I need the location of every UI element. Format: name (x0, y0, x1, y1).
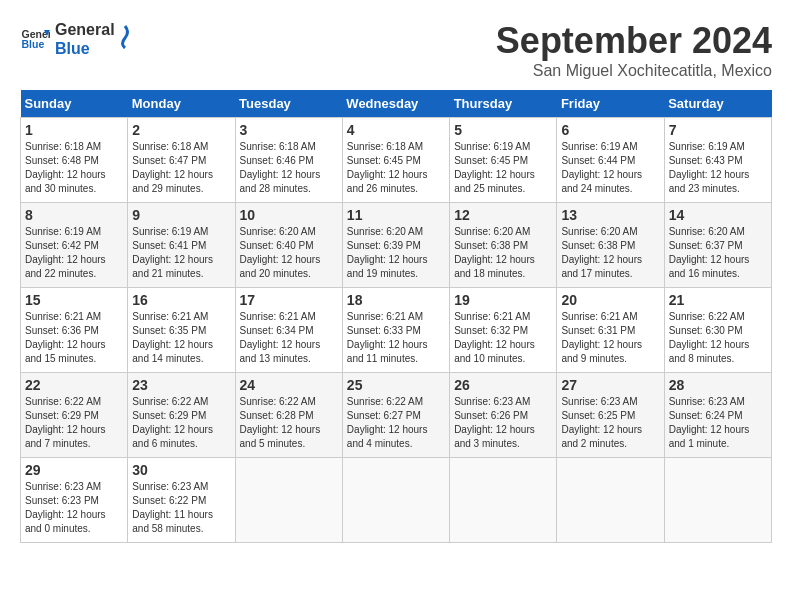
week-row: 15 Sunrise: 6:21 AMSunset: 6:36 PMDaylig… (21, 288, 772, 373)
calendar-cell: 29 Sunrise: 6:23 AMSunset: 6:23 PMDaylig… (21, 458, 128, 543)
calendar-cell (235, 458, 342, 543)
day-content: Sunrise: 6:19 AMSunset: 6:43 PMDaylight:… (669, 140, 767, 196)
calendar-cell: 7 Sunrise: 6:19 AMSunset: 6:43 PMDayligh… (664, 118, 771, 203)
day-number: 5 (454, 122, 552, 138)
day-number: 4 (347, 122, 445, 138)
calendar-cell: 1 Sunrise: 6:18 AMSunset: 6:48 PMDayligh… (21, 118, 128, 203)
header: General Blue General Blue September 2024… (20, 20, 772, 80)
calendar-cell: 9 Sunrise: 6:19 AMSunset: 6:41 PMDayligh… (128, 203, 235, 288)
calendar-table: SundayMondayTuesdayWednesdayThursdayFrid… (20, 90, 772, 543)
day-content: Sunrise: 6:21 AMSunset: 6:31 PMDaylight:… (561, 310, 659, 366)
day-content: Sunrise: 6:21 AMSunset: 6:35 PMDaylight:… (132, 310, 230, 366)
day-content: Sunrise: 6:23 AMSunset: 6:24 PMDaylight:… (669, 395, 767, 451)
day-number: 23 (132, 377, 230, 393)
day-content: Sunrise: 6:19 AMSunset: 6:44 PMDaylight:… (561, 140, 659, 196)
calendar-cell: 14 Sunrise: 6:20 AMSunset: 6:37 PMDaylig… (664, 203, 771, 288)
calendar-cell: 10 Sunrise: 6:20 AMSunset: 6:40 PMDaylig… (235, 203, 342, 288)
day-number: 9 (132, 207, 230, 223)
calendar-cell: 15 Sunrise: 6:21 AMSunset: 6:36 PMDaylig… (21, 288, 128, 373)
calendar-cell: 11 Sunrise: 6:20 AMSunset: 6:39 PMDaylig… (342, 203, 449, 288)
day-number: 28 (669, 377, 767, 393)
day-number: 17 (240, 292, 338, 308)
day-content: Sunrise: 6:22 AMSunset: 6:27 PMDaylight:… (347, 395, 445, 451)
logo-text-line2: Blue (55, 39, 115, 58)
calendar-cell: 22 Sunrise: 6:22 AMSunset: 6:29 PMDaylig… (21, 373, 128, 458)
calendar-cell: 19 Sunrise: 6:21 AMSunset: 6:32 PMDaylig… (450, 288, 557, 373)
weekday-header: Monday (128, 90, 235, 118)
day-content: Sunrise: 6:23 AMSunset: 6:26 PMDaylight:… (454, 395, 552, 451)
day-number: 2 (132, 122, 230, 138)
calendar-cell: 30 Sunrise: 6:23 AMSunset: 6:22 PMDaylig… (128, 458, 235, 543)
calendar-cell: 12 Sunrise: 6:20 AMSunset: 6:38 PMDaylig… (450, 203, 557, 288)
month-title: September 2024 (496, 20, 772, 62)
day-content: Sunrise: 6:20 AMSunset: 6:38 PMDaylight:… (454, 225, 552, 281)
day-content: Sunrise: 6:20 AMSunset: 6:40 PMDaylight:… (240, 225, 338, 281)
day-number: 20 (561, 292, 659, 308)
week-row: 29 Sunrise: 6:23 AMSunset: 6:23 PMDaylig… (21, 458, 772, 543)
logo-text-line1: General (55, 20, 115, 39)
day-number: 26 (454, 377, 552, 393)
day-number: 1 (25, 122, 123, 138)
weekday-header: Sunday (21, 90, 128, 118)
calendar-cell (342, 458, 449, 543)
calendar-cell (450, 458, 557, 543)
week-row: 22 Sunrise: 6:22 AMSunset: 6:29 PMDaylig… (21, 373, 772, 458)
calendar-cell: 17 Sunrise: 6:21 AMSunset: 6:34 PMDaylig… (235, 288, 342, 373)
calendar-cell: 20 Sunrise: 6:21 AMSunset: 6:31 PMDaylig… (557, 288, 664, 373)
day-content: Sunrise: 6:23 AMSunset: 6:23 PMDaylight:… (25, 480, 123, 536)
day-number: 3 (240, 122, 338, 138)
day-content: Sunrise: 6:20 AMSunset: 6:38 PMDaylight:… (561, 225, 659, 281)
day-number: 27 (561, 377, 659, 393)
calendar-cell: 27 Sunrise: 6:23 AMSunset: 6:25 PMDaylig… (557, 373, 664, 458)
logo-wave-icon (115, 24, 135, 49)
day-content: Sunrise: 6:21 AMSunset: 6:34 PMDaylight:… (240, 310, 338, 366)
day-content: Sunrise: 6:21 AMSunset: 6:36 PMDaylight:… (25, 310, 123, 366)
calendar-cell: 21 Sunrise: 6:22 AMSunset: 6:30 PMDaylig… (664, 288, 771, 373)
weekday-header: Friday (557, 90, 664, 118)
title-block: September 2024 San Miguel Xochitecatitla… (496, 20, 772, 80)
day-number: 25 (347, 377, 445, 393)
day-number: 18 (347, 292, 445, 308)
day-content: Sunrise: 6:19 AMSunset: 6:45 PMDaylight:… (454, 140, 552, 196)
location-title: San Miguel Xochitecatitla, Mexico (496, 62, 772, 80)
day-number: 10 (240, 207, 338, 223)
week-row: 8 Sunrise: 6:19 AMSunset: 6:42 PMDayligh… (21, 203, 772, 288)
calendar-cell (557, 458, 664, 543)
day-number: 19 (454, 292, 552, 308)
calendar-cell: 6 Sunrise: 6:19 AMSunset: 6:44 PMDayligh… (557, 118, 664, 203)
day-content: Sunrise: 6:18 AMSunset: 6:48 PMDaylight:… (25, 140, 123, 196)
day-number: 6 (561, 122, 659, 138)
calendar-cell: 23 Sunrise: 6:22 AMSunset: 6:29 PMDaylig… (128, 373, 235, 458)
calendar-cell: 2 Sunrise: 6:18 AMSunset: 6:47 PMDayligh… (128, 118, 235, 203)
calendar-cell: 5 Sunrise: 6:19 AMSunset: 6:45 PMDayligh… (450, 118, 557, 203)
day-content: Sunrise: 6:22 AMSunset: 6:28 PMDaylight:… (240, 395, 338, 451)
day-content: Sunrise: 6:22 AMSunset: 6:29 PMDaylight:… (25, 395, 123, 451)
day-content: Sunrise: 6:20 AMSunset: 6:37 PMDaylight:… (669, 225, 767, 281)
calendar-cell: 3 Sunrise: 6:18 AMSunset: 6:46 PMDayligh… (235, 118, 342, 203)
day-number: 29 (25, 462, 123, 478)
day-number: 11 (347, 207, 445, 223)
day-content: Sunrise: 6:18 AMSunset: 6:45 PMDaylight:… (347, 140, 445, 196)
header-row: SundayMondayTuesdayWednesdayThursdayFrid… (21, 90, 772, 118)
day-number: 13 (561, 207, 659, 223)
day-number: 12 (454, 207, 552, 223)
day-number: 22 (25, 377, 123, 393)
day-content: Sunrise: 6:18 AMSunset: 6:47 PMDaylight:… (132, 140, 230, 196)
day-content: Sunrise: 6:22 AMSunset: 6:30 PMDaylight:… (669, 310, 767, 366)
weekday-header: Wednesday (342, 90, 449, 118)
day-content: Sunrise: 6:19 AMSunset: 6:41 PMDaylight:… (132, 225, 230, 281)
day-number: 21 (669, 292, 767, 308)
day-number: 30 (132, 462, 230, 478)
day-content: Sunrise: 6:19 AMSunset: 6:42 PMDaylight:… (25, 225, 123, 281)
day-content: Sunrise: 6:18 AMSunset: 6:46 PMDaylight:… (240, 140, 338, 196)
calendar-cell: 26 Sunrise: 6:23 AMSunset: 6:26 PMDaylig… (450, 373, 557, 458)
day-content: Sunrise: 6:20 AMSunset: 6:39 PMDaylight:… (347, 225, 445, 281)
calendar-cell: 4 Sunrise: 6:18 AMSunset: 6:45 PMDayligh… (342, 118, 449, 203)
calendar-cell: 24 Sunrise: 6:22 AMSunset: 6:28 PMDaylig… (235, 373, 342, 458)
calendar-cell: 16 Sunrise: 6:21 AMSunset: 6:35 PMDaylig… (128, 288, 235, 373)
weekday-header: Tuesday (235, 90, 342, 118)
day-content: Sunrise: 6:23 AMSunset: 6:25 PMDaylight:… (561, 395, 659, 451)
calendar-cell: 28 Sunrise: 6:23 AMSunset: 6:24 PMDaylig… (664, 373, 771, 458)
weekday-header: Thursday (450, 90, 557, 118)
day-content: Sunrise: 6:22 AMSunset: 6:29 PMDaylight:… (132, 395, 230, 451)
